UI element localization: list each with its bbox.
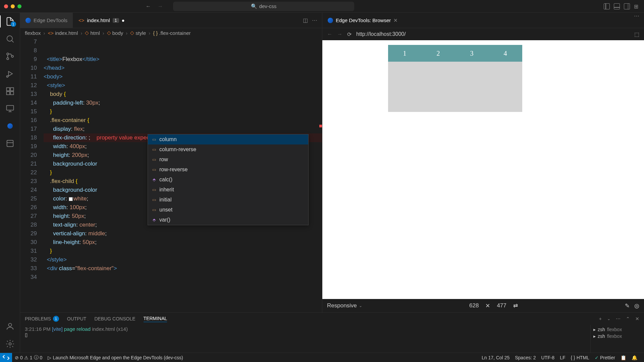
settings-icon[interactable] <box>5 339 15 349</box>
preview-toolbar: ← → ⟳ http://localhost:3000/ ⬚ <box>322 28 644 40</box>
autocomplete-item[interactable]: ▭column <box>148 134 308 144</box>
terminal-split-chevron-icon[interactable]: ⌄ <box>607 316 610 321</box>
responsive-dropdown[interactable]: Responsive <box>327 302 357 309</box>
toggle-sidebar-icon[interactable] <box>604 3 610 9</box>
tab-debug-console[interactable]: DEBUG CONSOLE <box>94 316 135 321</box>
breadcrumbs[interactable]: flexbox›<> index.html›◇ html›◇ body›◇ st… <box>20 28 322 38</box>
flex-container-preview: 1234 <box>388 45 522 112</box>
url-bar[interactable]: http://localhost:3000/ <box>356 31 406 37</box>
search-icon: 🔍 <box>251 3 257 9</box>
autocomplete-item[interactable]: ▭unset <box>148 205 308 215</box>
errors-warnings[interactable]: ⊘0 ⚠1 ⓘ0 <box>12 353 45 362</box>
svg-point-3 <box>11 55 13 57</box>
extensions-icon[interactable] <box>5 86 15 96</box>
encoding[interactable]: UTF-8 <box>538 355 557 360</box>
remote-explorer-icon[interactable] <box>5 104 15 113</box>
remote-button[interactable] <box>0 353 12 362</box>
language-mode[interactable]: { } HTML <box>568 355 592 360</box>
target-icon[interactable]: ◎ <box>634 302 639 309</box>
autocomplete-popup[interactable]: ▭column▭column-reverse▭row▭row-reverse⬘c… <box>148 134 309 225</box>
split-editor-icon[interactable]: ◫ <box>303 17 308 23</box>
accounts-icon[interactable] <box>5 322 15 331</box>
maximize-window[interactable] <box>17 4 21 8</box>
svg-point-0 <box>7 36 12 41</box>
titlebar: ← → 🔍 dev-css ⊞ <box>0 0 644 13</box>
layout-icons: ⊞ <box>604 3 640 9</box>
notifications-icon[interactable]: 🔔 <box>629 355 640 360</box>
viewport-height[interactable]: 477 <box>497 302 506 309</box>
svg-rect-8 <box>10 92 13 95</box>
autocomplete-item[interactable]: ▭inherit <box>148 185 308 195</box>
breadcrumb-item[interactable]: ◇ body <box>107 30 123 36</box>
tab-terminal[interactable]: TERMINAL <box>144 316 167 322</box>
cursor-position[interactable]: Ln 17, Col 25 <box>479 355 512 360</box>
terminal-output[interactable]: 3:21:16 PM [vite] page reload index.html… <box>20 325 590 353</box>
rotate-icon[interactable]: ⇄ <box>513 302 518 309</box>
error-icon: ⊘ <box>15 355 19 360</box>
flex-child-preview: 2 <box>422 45 455 62</box>
edge-tools-icon[interactable] <box>5 121 15 131</box>
autocomplete-item[interactable]: ⬘var() <box>148 215 308 225</box>
eol[interactable]: LF <box>557 355 568 360</box>
debug-icon: ▷ <box>48 355 51 360</box>
tab-output[interactable]: OUTPUT <box>67 316 87 321</box>
code-editor[interactable]: 7891011121314151617181920212223242526272… <box>20 38 322 312</box>
close-panel-icon[interactable]: ✕ <box>635 316 639 321</box>
nav-back-icon[interactable]: ← <box>146 3 151 9</box>
browser-back-icon[interactable]: ← <box>327 31 332 37</box>
tab-problems[interactable]: PROBLEMS 1 <box>25 316 59 322</box>
svg-rect-10 <box>7 140 13 147</box>
toggle-secondary-icon[interactable] <box>624 3 630 9</box>
svg-rect-9 <box>6 106 13 110</box>
breadcrumb-item[interactable]: flexbox <box>25 30 41 36</box>
customize-layout-icon[interactable]: ⊞ <box>634 3 640 9</box>
autocomplete-item[interactable]: ▭initial <box>148 195 308 205</box>
breadcrumb-item[interactable]: ◇ style <box>130 30 146 36</box>
more-actions-icon[interactable]: ⋯ <box>312 17 317 23</box>
info-icon: ⓘ <box>34 355 39 361</box>
edit-icon[interactable]: ✎ <box>625 302 630 309</box>
activity-bar: 1 <box>0 13 20 353</box>
autocomplete-item[interactable]: ⬘calc() <box>148 175 308 185</box>
autocomplete-item[interactable]: ▭row <box>148 155 308 165</box>
misc-icon[interactable] <box>5 139 15 148</box>
tab-edge-devtools[interactable]: Edge DevTools <box>20 13 73 28</box>
terminal-instance[interactable]: ▸ zsh flexbox <box>593 326 641 333</box>
close-tab-icon[interactable]: ✕ <box>393 17 398 23</box>
browser-forward-icon[interactable]: → <box>337 31 342 37</box>
panel-tabs: PROBLEMS 1 OUTPUT DEBUG CONSOLE TERMINAL… <box>20 313 644 325</box>
source-control-icon[interactable] <box>5 52 15 61</box>
breadcrumb-item[interactable]: <> index.html <box>48 30 78 36</box>
browser-reload-icon[interactable]: ⟳ <box>347 31 352 38</box>
tab-index-html[interactable]: <> index.html 1 ● <box>73 13 130 28</box>
close-window[interactable] <box>4 4 8 8</box>
explorer-icon[interactable]: 1 <box>5 17 15 26</box>
autocomplete-item[interactable]: ▭row-reverse <box>148 165 308 175</box>
command-center[interactable]: 🔍 dev-css <box>173 2 354 11</box>
terminal-instance[interactable]: ▸ zsh flexbox <box>593 333 641 340</box>
autocomplete-item[interactable]: ▭column-reverse <box>148 144 308 155</box>
search-activity-icon[interactable] <box>5 34 15 44</box>
breadcrumb-item[interactable]: ◇ html <box>85 30 100 36</box>
edge-icon <box>25 18 31 23</box>
indentation[interactable]: Spaces: 2 <box>512 355 538 360</box>
inspect-icon[interactable]: ⬚ <box>634 31 639 38</box>
preview-more-icon[interactable]: ⋯ <box>629 13 644 28</box>
run-debug-icon[interactable] <box>5 69 15 78</box>
maximize-panel-icon[interactable]: ⌃ <box>626 316 630 321</box>
tab-browser-preview[interactable]: Edge DevTools: Browser ✕ <box>322 13 403 28</box>
minimize-window[interactable] <box>11 4 15 8</box>
terminal-list: ▸ zsh flexbox▸ zsh flexbox <box>590 325 644 353</box>
new-terminal-icon[interactable]: + <box>599 316 602 321</box>
nav-forward-icon[interactable]: → <box>158 3 163 9</box>
feedback-icon[interactable]: 📋 <box>618 355 629 360</box>
breadcrumb-item[interactable]: { } .flex-container <box>153 30 191 36</box>
tab-problem-count: 1 <box>113 18 119 23</box>
svg-point-11 <box>8 323 11 326</box>
viewport-width[interactable]: 628 <box>469 302 479 309</box>
terminal-more-icon[interactable]: ⋯ <box>616 316 621 321</box>
status-bar: ⊘0 ⚠1 ⓘ0 ▷ Launch Microsoft Edge and ope… <box>0 353 644 362</box>
toggle-panel-icon[interactable] <box>614 3 620 9</box>
prettier-status[interactable]: ✓ Prettier <box>592 355 618 360</box>
launch-edge-button[interactable]: ▷ Launch Microsoft Edge and open the Edg… <box>45 353 185 362</box>
